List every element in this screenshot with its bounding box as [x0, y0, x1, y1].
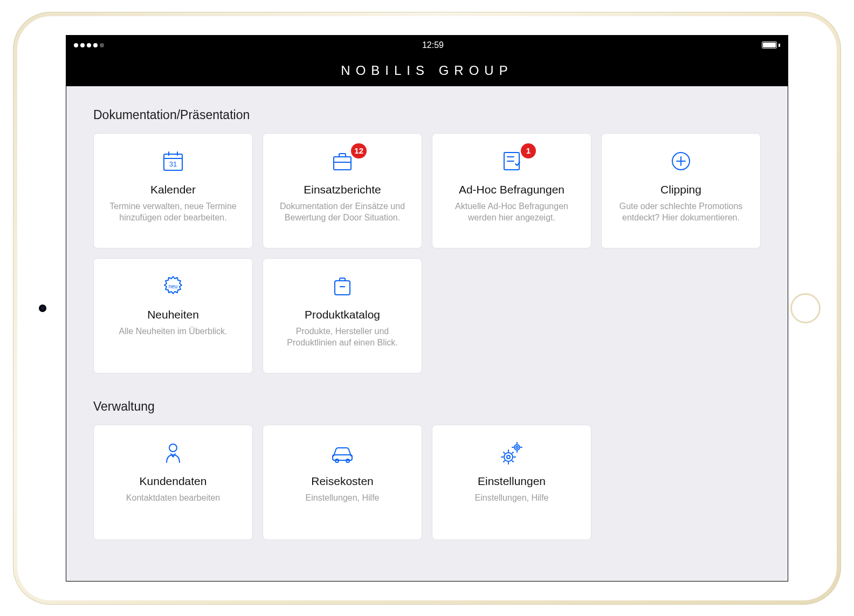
card-title: Kundendaten	[140, 475, 207, 488]
card-subtitle: Dokumentation der Einsätze und Bewertung…	[275, 200, 410, 224]
svg-point-31	[516, 446, 518, 448]
card-einsatzberichte[interactable]: 12 Einsatzberichte Dokumentation der Ein…	[263, 133, 422, 248]
svg-point-16	[169, 444, 177, 452]
section-title: Dokumentation/Präsentation	[93, 108, 761, 122]
signal-dots-icon	[74, 43, 104, 47]
section-grid: 31 Kalender Termine verwalten, neue Term…	[93, 133, 761, 373]
svg-line-26	[504, 452, 505, 453]
svg-line-29	[512, 452, 513, 453]
svg-rect-14	[335, 281, 350, 295]
card-title: Produktkatalog	[305, 308, 380, 321]
home-button[interactable]	[790, 293, 821, 323]
card-produktkatalog[interactable]: Produktkatalog Produkte, Hersteller und …	[263, 258, 422, 373]
badge: 12	[351, 143, 367, 158]
card-kalender[interactable]: 31 Kalender Termine verwalten, neue Term…	[93, 133, 253, 248]
card-title: Reisekosten	[311, 475, 374, 488]
checklist-icon: 1	[497, 149, 526, 174]
card-subtitle: Produkte, Hersteller und Produktlinien a…	[275, 326, 410, 349]
section-grid: Kundendaten Kontaktdaten bearbeiten	[93, 425, 761, 540]
battery-icon	[762, 41, 780, 49]
svg-rect-15	[340, 286, 345, 287]
card-title: Kalender	[150, 183, 196, 196]
card-subtitle: Termine verwalten, neue Termine hinzufüg…	[106, 200, 240, 224]
tablet-bezel: 12:59 NOBILIS GROUP Dokumentation/Präsen…	[17, 16, 837, 600]
badge: 1	[521, 143, 536, 158]
card-kundendaten[interactable]: Kundendaten Kontaktdaten bearbeiten	[93, 425, 253, 540]
svg-point-20	[504, 453, 513, 461]
svg-point-21	[507, 455, 510, 459]
card-title: Einsatzberichte	[304, 183, 381, 196]
svg-text:neu: neu	[169, 283, 178, 289]
gears-icon	[497, 440, 526, 465]
card-einstellungen[interactable]: Einstellungen Einstellungen, Hilfe	[432, 425, 591, 540]
svg-line-28	[504, 461, 505, 462]
svg-text:31: 31	[169, 160, 177, 168]
calendar-icon: 31	[159, 149, 188, 174]
tablet-frame: 12:59 NOBILIS GROUP Dokumentation/Präsen…	[13, 12, 841, 605]
card-subtitle: Kontaktdaten bearbeiten	[126, 492, 220, 504]
card-title: Neuheiten	[147, 308, 199, 321]
card-title: Ad-Hoc Befragungen	[459, 183, 564, 196]
card-subtitle: Einstellungen, Hilfe	[475, 492, 549, 504]
card-neuheiten[interactable]: neu Neuheiten Alle Neuheiten im Überblic…	[93, 258, 253, 373]
svg-line-27	[512, 461, 513, 462]
card-title: Clipping	[660, 183, 701, 196]
plus-circle-icon	[666, 149, 695, 174]
card-title: Einstellungen	[478, 475, 546, 488]
neu-burst-icon: neu	[159, 274, 188, 299]
card-adhoc-befragungen[interactable]: 1 Ad-Hoc Befragungen Aktuelle Ad-Hoc Bef…	[432, 133, 591, 248]
card-subtitle: Gute oder schlechte Promotions entdeckt?…	[614, 200, 748, 224]
section-dokumentation: Dokumentation/Präsentation 31	[93, 108, 761, 373]
app-title-bar: NOBILIS GROUP	[66, 55, 788, 86]
status-bar: 12:59	[66, 36, 788, 55]
catalog-icon	[328, 274, 357, 299]
car-icon	[328, 440, 357, 465]
card-reisekosten[interactable]: Reisekosten Einstellungen, Hilfe	[263, 425, 422, 540]
svg-rect-5	[334, 157, 351, 170]
screen: 12:59 NOBILIS GROUP Dokumentation/Präsen…	[66, 35, 788, 582]
svg-point-30	[514, 445, 520, 450]
status-time: 12:59	[422, 40, 444, 50]
app-title: NOBILIS GROUP	[341, 63, 513, 78]
card-subtitle: Alle Neuheiten im Überblick.	[119, 326, 228, 337]
section-verwaltung: Verwaltung Kundendaten Kon	[93, 399, 761, 540]
card-clipping[interactable]: Clipping Gute oder schlechte Promotions …	[601, 133, 761, 248]
content-scroll[interactable]: Dokumentation/Präsentation 31	[66, 86, 788, 581]
front-camera	[39, 304, 46, 312]
user-icon	[159, 440, 188, 465]
section-title: Verwaltung	[93, 399, 761, 414]
card-subtitle: Einstellungen, Hilfe	[306, 492, 380, 504]
card-subtitle: Aktuelle Ad-Hoc Befragungen werden hier …	[444, 200, 579, 224]
briefcase-icon: 12	[328, 149, 357, 174]
